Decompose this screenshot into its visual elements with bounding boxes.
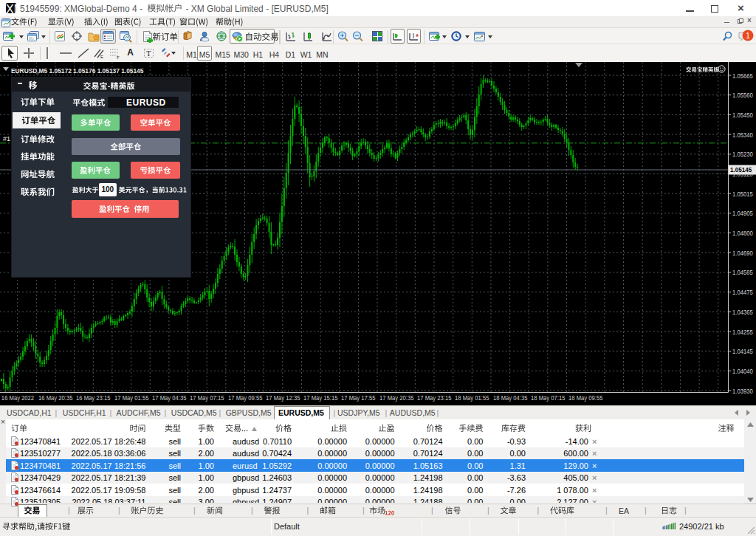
svg-text:F: F [117,55,120,60]
svg-text:E: E [100,55,103,59]
svg-text:1: 1 [746,32,750,40]
svg-text:T: T [146,49,151,58]
